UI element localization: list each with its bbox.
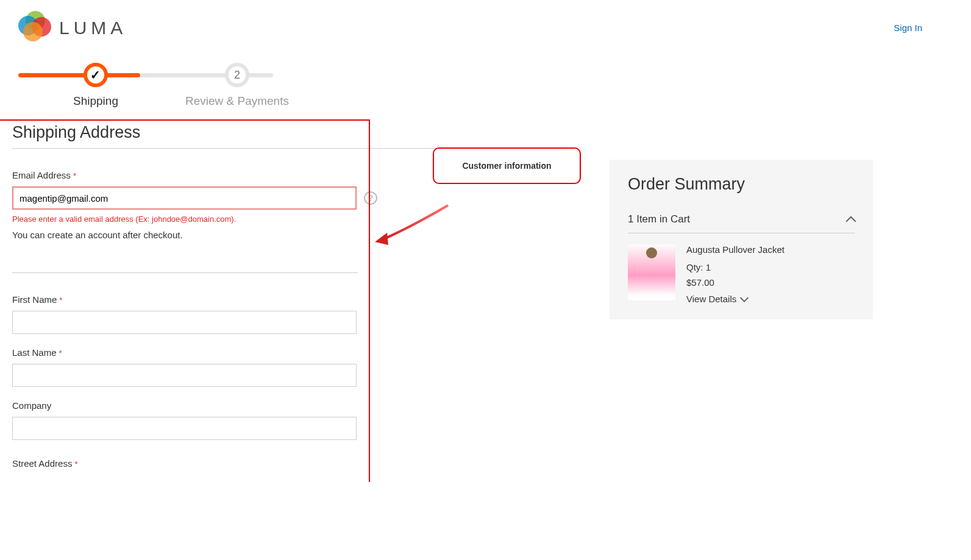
form-divider bbox=[12, 272, 358, 273]
step-shipping[interactable]: Shipping bbox=[73, 63, 118, 108]
cart-count-text: 1 Item in Cart bbox=[628, 213, 690, 225]
email-help-text: You can create an account after checkout… bbox=[12, 230, 573, 240]
step-shipping-circle bbox=[84, 63, 108, 87]
annotation-callout: Customer information bbox=[433, 147, 581, 184]
check-icon bbox=[90, 68, 101, 82]
chevron-up-icon bbox=[846, 216, 856, 227]
cart-item: Augusta Pullover Jacket Qty: 1 $57.00 Vi… bbox=[628, 244, 855, 304]
step-review-label: Review & Payments bbox=[185, 94, 289, 108]
lastname-input[interactable] bbox=[12, 364, 357, 387]
step-review[interactable]: 2 Review & Payments bbox=[185, 63, 289, 108]
shipping-address-title: Shipping Address bbox=[12, 123, 573, 149]
firstname-input[interactable] bbox=[12, 311, 357, 334]
item-name: Augusta Pullover Jacket bbox=[686, 244, 855, 255]
lastname-label: Last Name* bbox=[12, 347, 573, 358]
required-mark: * bbox=[59, 349, 62, 358]
email-error-text: Please enter a valid email address (Ex: … bbox=[12, 214, 573, 224]
required-mark: * bbox=[73, 171, 76, 180]
logo-text: LUMA bbox=[59, 18, 127, 38]
firstname-label: First Name* bbox=[12, 294, 573, 305]
step-shipping-label: Shipping bbox=[73, 94, 118, 108]
logo[interactable]: LUMA bbox=[18, 11, 127, 44]
help-icon[interactable]: ? bbox=[364, 191, 377, 205]
company-input[interactable] bbox=[12, 417, 357, 440]
item-price: $57.00 bbox=[686, 277, 855, 288]
view-details-toggle[interactable]: View Details bbox=[686, 294, 855, 304]
chevron-down-icon bbox=[740, 293, 749, 302]
item-qty: Qty: 1 bbox=[686, 262, 855, 272]
company-label: Company bbox=[12, 400, 573, 411]
order-summary-title: Order Summary bbox=[628, 175, 855, 194]
step-review-circle: 2 bbox=[225, 63, 249, 87]
item-thumbnail bbox=[628, 244, 675, 300]
cart-items-toggle[interactable]: 1 Item in Cart bbox=[628, 206, 855, 233]
street-label: Street Address* bbox=[12, 458, 573, 469]
signin-link[interactable]: Sign In bbox=[894, 23, 922, 33]
required-mark: * bbox=[74, 459, 77, 469]
email-input[interactable] bbox=[12, 186, 357, 210]
required-mark: * bbox=[59, 296, 62, 305]
logo-mark-icon bbox=[18, 11, 52, 44]
